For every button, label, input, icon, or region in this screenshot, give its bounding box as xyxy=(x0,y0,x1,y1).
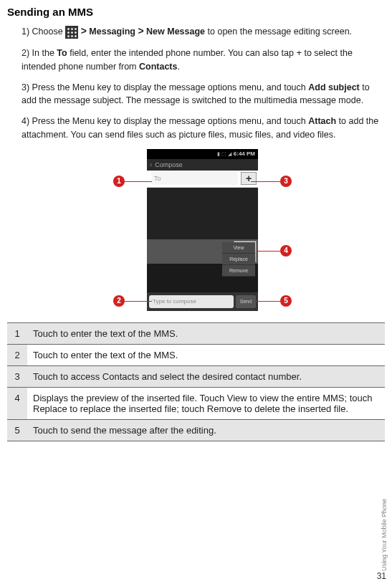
callout-line xyxy=(254,301,280,302)
legend-text: Touch to enter the text of the MMS. xyxy=(27,344,385,365)
context-menu: View Replace Remove xyxy=(222,242,255,277)
menu-view[interactable]: View xyxy=(222,242,255,254)
to-row: To + xyxy=(147,171,258,188)
table-row: 5 Touch to send the message after the ed… xyxy=(7,419,385,441)
legend-num: 3 xyxy=(7,365,27,387)
legend-text: Touch to enter the text of the MMS. xyxy=(27,322,385,344)
step-1-text: to open the message editing screen. xyxy=(205,27,352,37)
callout-line xyxy=(251,181,280,182)
callout-4: 4 xyxy=(280,245,292,257)
status-bar: ▮ ⬚ ◢ 6:44 PM xyxy=(147,149,258,159)
legend-text: Touch to access Contacts and select the … xyxy=(27,365,385,387)
callout-5: 5 xyxy=(280,295,292,307)
step-2-text-b: field, enter the intended phone number. … xyxy=(67,48,297,58)
legend-table: 1 Touch to enter the text of the MMS. 2 … xyxy=(7,322,385,441)
apps-icon xyxy=(65,26,78,39)
add-contact-button[interactable]: + xyxy=(241,172,257,185)
screen-header: ‹ Compose xyxy=(147,159,258,171)
step-2-num: 2) In the xyxy=(21,48,57,58)
chevron-icon: > xyxy=(138,25,143,37)
step-2-text-d: . xyxy=(177,62,179,72)
callout-3: 3 xyxy=(280,176,292,187)
figure-area: ▮ ⬚ ◢ 6:44 PM ‹ Compose To + View Replac… xyxy=(7,149,385,314)
new-message-label: New Message xyxy=(146,27,205,37)
step-1-num: 1) Choose xyxy=(21,27,65,37)
callout-2: 2 xyxy=(113,295,125,307)
callout-line xyxy=(125,301,152,302)
chevron-icon: > xyxy=(81,25,87,37)
side-label: Using Your Mobile Phone xyxy=(381,499,388,571)
table-row: 2 Touch to enter the text of the MMS. xyxy=(7,344,385,365)
message-body xyxy=(147,188,258,239)
table-row: 4 Displays the preview of the inserted f… xyxy=(7,387,385,419)
callout-line xyxy=(257,251,280,252)
attach-label: Attach xyxy=(308,116,336,126)
compose-input[interactable]: Type to compose xyxy=(149,295,234,308)
legend-num: 5 xyxy=(7,419,27,441)
status-time: 6:44 PM xyxy=(234,150,255,157)
to-label: To xyxy=(57,48,67,58)
to-input[interactable]: To xyxy=(151,172,238,185)
step-2: 2) In the To field, enter the intended p… xyxy=(21,46,385,74)
table-row: 1 Touch to enter the text of the MMS. xyxy=(7,322,385,344)
menu-remove[interactable]: Remove xyxy=(222,265,255,277)
back-icon: ‹ xyxy=(150,161,152,168)
step-4-num: 4) Press the Menu key to display the mes… xyxy=(21,116,308,126)
menu-replace[interactable]: Replace xyxy=(222,254,255,265)
send-button[interactable]: Send xyxy=(236,295,256,308)
step-3: 3) Press the Menu key to display the mes… xyxy=(21,81,385,108)
legend-text: Touch to send the message after the edit… xyxy=(27,419,385,441)
legend-num: 2 xyxy=(7,344,27,365)
header-title: Compose xyxy=(155,161,183,168)
legend-text: Displays the preview of the inserted fil… xyxy=(27,387,385,419)
plus-icon: + xyxy=(296,47,302,58)
add-subject-label: Add subject xyxy=(308,82,360,92)
signal-icon: ▮ ⬚ ◢ xyxy=(217,151,231,157)
messaging-label: Messaging xyxy=(89,27,135,37)
section-title: Sending an MMS xyxy=(7,6,385,18)
step-1: 1) Choose > Messaging > New Message to o… xyxy=(21,24,385,39)
compose-row: Type to compose Send xyxy=(147,292,258,311)
phone-screenshot: ▮ ⬚ ◢ 6:44 PM ‹ Compose To + View Replac… xyxy=(147,149,258,311)
step-3-num: 3) Press the Menu key to display the mes… xyxy=(21,82,308,92)
step-4: 4) Press the Menu key to display the mes… xyxy=(21,115,385,142)
table-row: 3 Touch to access Contacts and select th… xyxy=(7,365,385,387)
legend-num: 4 xyxy=(7,387,27,419)
page-number: 31 xyxy=(377,571,386,581)
callout-line xyxy=(125,181,152,182)
contacts-label: Contacts xyxy=(139,62,177,72)
callout-1: 1 xyxy=(113,176,125,187)
legend-num: 1 xyxy=(7,322,27,344)
